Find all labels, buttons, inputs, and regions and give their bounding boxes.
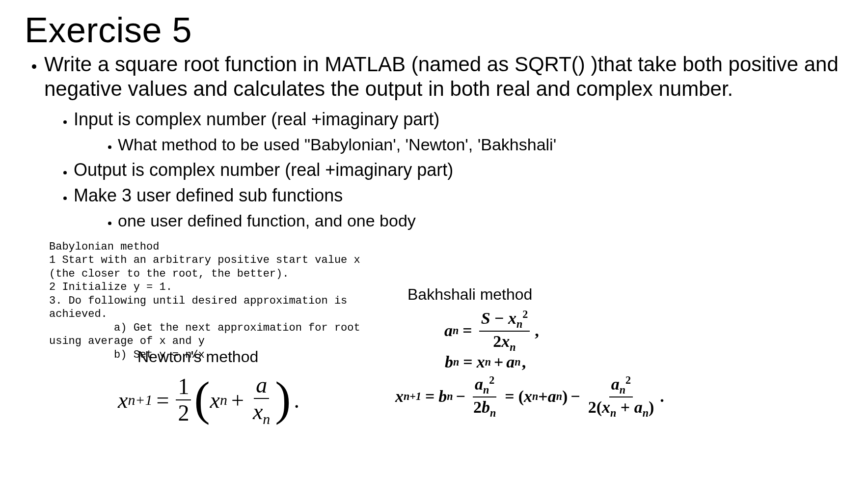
slide-title: Exercise 5 bbox=[25, 10, 843, 50]
bullet-input-text: Input is complex number (real +imaginary… bbox=[74, 109, 439, 129]
bullet-list-level1: Write a square root function in MATLAB (… bbox=[25, 52, 843, 232]
bullet-output-text: Output is complex number (real +imaginar… bbox=[74, 160, 453, 180]
slide: Exercise 5 Write a square root function … bbox=[0, 0, 868, 481]
babylonian-step3: 3. Do following until desired approximat… bbox=[49, 295, 354, 321]
bakhshali-xn1-formula: xn+1 = bn − an2 2bn = (xn + an) − an2 2(… bbox=[395, 374, 664, 419]
bullet-method: What method to be used "Babylonian', 'Ne… bbox=[118, 134, 843, 156]
bullet-main-text: Write a square root function in MATLAB (… bbox=[44, 53, 839, 100]
newton-formula: xn+1 = 12 ( xn + a xn ) . bbox=[118, 373, 299, 427]
babylonian-method-block: Babylonian method 1 Start with an arbitr… bbox=[49, 226, 363, 362]
babylonian-step2: 2 Initialize y = 1. bbox=[49, 281, 172, 293]
bakhshali-an-formula: an = S − xn2 2xn , bbox=[444, 309, 539, 353]
newton-method-label: Newton's method bbox=[137, 348, 258, 366]
bullet-main: Write a square root function in MATLAB (… bbox=[44, 52, 843, 232]
bakhshali-bn-formula: bn = xn + an , bbox=[445, 353, 526, 371]
bullet-subfunctions-text: Make 3 user defined sub functions bbox=[74, 185, 343, 205]
babylonian-heading: Babylonian method bbox=[49, 241, 159, 253]
bakhshali-method-label: Bakhshali method bbox=[407, 285, 532, 304]
bullet-input: Input is complex number (real +imaginary… bbox=[74, 108, 843, 156]
bullet-subfunctions: Make 3 user defined sub functions one us… bbox=[74, 184, 843, 232]
bullet-list-level2: Input is complex number (real +imaginary… bbox=[44, 108, 843, 232]
babylonian-step3a: a) Get the next approximation for root u… bbox=[49, 322, 367, 348]
bullet-output: Output is complex number (real +imaginar… bbox=[74, 158, 843, 182]
babylonian-step1: 1 Start with an arbitrary positive start… bbox=[49, 254, 367, 280]
bullet-method-text: What method to be used "Babylonian', 'Ne… bbox=[118, 135, 556, 154]
bullet-list-level3a: What method to be used "Babylonian', 'Ne… bbox=[74, 134, 843, 156]
